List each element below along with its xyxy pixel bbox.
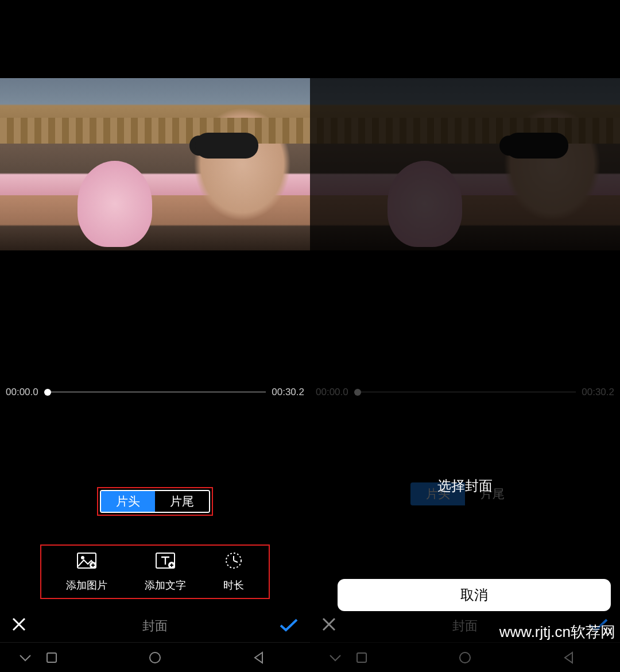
timeline: 00:00.0 00:30.2 — [310, 385, 620, 399]
add-text-label: 添加文字 — [145, 578, 186, 592]
confirm-button[interactable] — [279, 615, 299, 637]
timeline-playhead — [354, 389, 361, 396]
duration-button[interactable]: 时长 — [223, 552, 244, 592]
close-icon — [321, 617, 336, 632]
bottom-title: 封面 — [452, 617, 478, 635]
timeline-track — [354, 391, 576, 393]
modal-title: 选择封面 — [310, 477, 620, 495]
nav-back-icon[interactable] — [252, 651, 265, 665]
tab-head[interactable]: 片头 — [101, 491, 155, 512]
add-image-button[interactable]: 添加图片 — [66, 552, 107, 592]
cover-select-panel: 00:00.0 00:30.2 选择封面 片头 片尾 本地图片 视频帧 取消 封… — [310, 0, 620, 672]
svg-point-7 — [150, 652, 160, 663]
timeline-track[interactable] — [44, 391, 266, 393]
watermark: www.rjtj.cn软荐网 — [499, 622, 615, 642]
timeline-playhead[interactable] — [44, 389, 51, 396]
nav-back-icon[interactable] — [562, 651, 575, 665]
nav-recent-icon[interactable] — [45, 651, 58, 664]
time-start: 00:00.0 — [6, 387, 38, 398]
highlight-segmented: 片头 片尾 — [97, 487, 213, 516]
svg-point-1 — [81, 556, 84, 559]
svg-rect-8 — [357, 653, 366, 662]
preview-area: 00:00.0 00:30.2 — [310, 0, 620, 477]
head-tail-segmented: 片头 片尾 — [100, 490, 210, 513]
timeline: 00:00.0 00:30.2 — [0, 385, 310, 399]
svg-rect-6 — [47, 653, 56, 662]
svg-point-9 — [460, 652, 470, 663]
add-text-button[interactable]: 添加文字 — [145, 552, 186, 592]
close-icon — [11, 617, 26, 632]
check-icon — [279, 617, 299, 632]
time-end: 00:30.2 — [272, 387, 304, 398]
bottom-bar: 封面 — [0, 610, 310, 642]
editor-cover-panel: 00:00.0 00:30.2 片头 片尾 — [0, 0, 310, 672]
bottom-title: 封面 — [142, 617, 168, 635]
nav-home-icon[interactable] — [148, 651, 162, 665]
close-button[interactable] — [11, 616, 26, 636]
tab-tail[interactable]: 片尾 — [155, 491, 209, 512]
image-add-icon — [77, 552, 96, 569]
duration-label: 时长 — [223, 578, 244, 592]
video-preview[interactable] — [0, 78, 310, 250]
text-add-icon — [156, 552, 175, 569]
nav-home-icon[interactable] — [458, 651, 472, 665]
nav-down-icon[interactable] — [328, 652, 342, 663]
time-start: 00:00.0 — [316, 387, 348, 398]
android-nav — [0, 642, 310, 672]
highlight-tools: 添加图片 添加文字 时长 — [40, 544, 270, 599]
android-nav — [310, 642, 620, 672]
add-image-label: 添加图片 — [66, 578, 107, 592]
nav-down-icon[interactable] — [18, 652, 32, 663]
time-end: 00:30.2 — [582, 387, 614, 398]
preview-area: 00:00.0 00:30.2 — [0, 0, 310, 477]
video-preview — [310, 78, 620, 250]
nav-recent-icon[interactable] — [355, 651, 368, 664]
clock-icon — [224, 552, 243, 569]
close-button[interactable] — [321, 616, 336, 636]
cancel-button[interactable]: 取消 — [338, 579, 611, 611]
